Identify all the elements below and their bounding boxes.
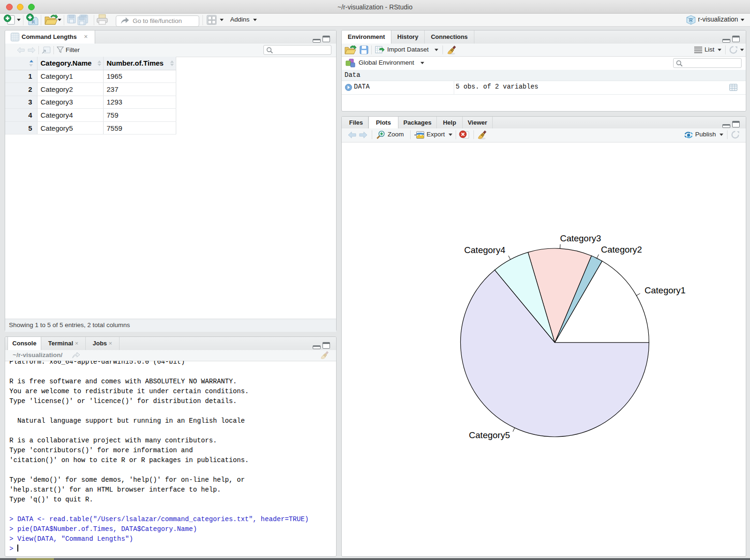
svg-text:Category5: Category5 [469, 430, 510, 440]
svg-text:Category2: Category2 [601, 245, 642, 254]
svg-text:R: R [689, 17, 693, 23]
svg-text:Category3: Category3 [560, 233, 601, 243]
svg-text:Category4: Category4 [464, 245, 505, 255]
svg-text:Category1: Category1 [645, 285, 686, 295]
